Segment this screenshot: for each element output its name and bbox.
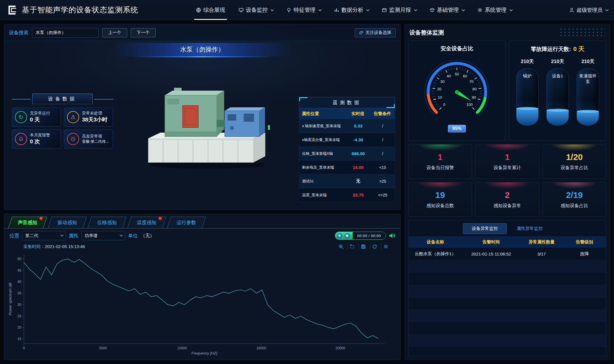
chevron-down-icon	[270, 8, 274, 11]
stat-tile-normal-run: ↻ 无异常运行 0 天	[12, 108, 61, 127]
data-view-icon[interactable]	[381, 243, 390, 250]
nav-item-system-mgmt[interactable]: 系统管理	[477, 0, 512, 20]
machine-3d-view[interactable]	[140, 82, 275, 171]
svg-text:20000: 20000	[335, 346, 345, 350]
svg-text:40: 40	[447, 74, 451, 78]
alarm-tabs: 设备异常监控 属性异常监控	[409, 220, 606, 236]
chevron-down-icon	[120, 233, 123, 236]
svg-text:15000: 15000	[256, 346, 266, 350]
stat-abnormal-ratio: 1/20 设备异常占比	[543, 144, 606, 179]
tab-attribute-alarm-monitor[interactable]: 属性异常监控	[508, 223, 552, 234]
overview-header: 设备整体监测	[408, 28, 606, 37]
tab-run-params[interactable]: 运行参数	[167, 217, 206, 228]
telemetry-card: 遥测数据 属性位置 实时值 告警条件 x 轴加速度值_泵体末端 0.33 / x…	[299, 97, 395, 202]
volume-button[interactable]	[389, 232, 395, 239]
calendar-icon	[382, 7, 387, 13]
svg-text:35: 35	[18, 291, 22, 295]
play-icon	[339, 235, 341, 237]
refresh-icon: ↻	[15, 111, 27, 123]
app-title: 基于智能声学的设备状态监测系统	[22, 5, 138, 15]
tab-sound-sense[interactable]: 声音感知	[8, 217, 47, 228]
device-search-input[interactable]	[32, 28, 99, 38]
tab-vibration-sense[interactable]: 振动感知	[48, 217, 87, 228]
table-row-empty	[409, 347, 606, 356]
safety-gauge: 0102030405060708090100	[417, 54, 497, 125]
nav-item-device-monitor[interactable]: 设备监控	[239, 0, 273, 20]
tank-cylinder: 设备1	[546, 68, 569, 126]
stat-tile-frequent-issue: 高发异常项 音频-第二代传...	[64, 129, 113, 148]
spectrum-chart-region: 采集时间：2021-02-05 15:13:46 152025303540455…	[4, 243, 400, 360]
user-icon	[569, 7, 574, 13]
play-button[interactable]	[337, 233, 342, 239]
user-menu[interactable]: 超级管理员	[569, 7, 608, 14]
gear-icon	[477, 7, 483, 13]
nav-item-feature-mgmt[interactable]: 特征管理	[286, 0, 321, 20]
app-logo	[6, 4, 18, 16]
unit-label: 单位	[128, 232, 138, 239]
stat-tile-month-alarm: 本月度报警 0 次	[12, 129, 61, 148]
telemetry-row: 温度_泵体末端 23.75 <=25	[299, 188, 395, 202]
stat-sensor-ratio: 2/19 感知设备占比	[543, 182, 606, 217]
tank-cylinder: 浆液循环泵	[577, 68, 599, 126]
tank-item: 210天 浆液循环泵	[577, 58, 599, 126]
tab-device-alarm-monitor[interactable]: 设备异常监控	[463, 223, 507, 234]
sense-panel: 声音感知 振动感知 位移感知 温度感知 运行参数 位置 第二代	[4, 214, 401, 360]
telemetry-row: 剩余电压_泵体末端 14.00 <15	[299, 161, 395, 174]
tank-item: 210天 设备1	[546, 58, 569, 126]
nav-label: 设备监控	[246, 6, 268, 14]
tab-temperature-sense[interactable]: 温度感知	[127, 217, 166, 228]
table-row-empty	[409, 310, 606, 322]
position-label: 位置	[9, 232, 19, 239]
warning-icon: ⚠	[67, 111, 79, 123]
telemetry-row: 位移_泵体首端X轴 686.00 /	[299, 147, 395, 161]
main-nav: 综合展现 设备监控 特征管理 数据分析 监测月报 基础管理 系统管理	[196, 0, 512, 20]
bar-chart-icon	[334, 7, 339, 13]
datazoom-icon[interactable]	[336, 243, 346, 250]
spectrum-line	[24, 259, 378, 339]
y-axis-label: Power spectrum dB	[8, 283, 12, 315]
stat-today-alarms: 1 设备当日报警	[408, 144, 472, 179]
stat-abnormal-total: 1 设备异常累计	[475, 144, 539, 179]
alert-badge	[159, 217, 162, 220]
save-image-icon[interactable]	[359, 243, 368, 250]
alert-badge	[40, 217, 43, 220]
tab-displacement-sense[interactable]: 位移感知	[88, 217, 127, 228]
navbar: 基于智能声学的设备状态监测系统 综合展现 设备监控 特征管理 数据分析 监测月报…	[0, 0, 614, 20]
stat-tile-unhandled: ⚠ 异常未处理 38天3小时	[64, 108, 113, 127]
device-search-label: 设备搜索	[9, 29, 28, 36]
attribute-label: 属性	[69, 232, 79, 239]
dots-decoration	[559, 28, 605, 37]
svg-text:5000: 5000	[99, 346, 107, 350]
follow-device-button[interactable]: 关注设备选择	[355, 28, 396, 37]
nav-label: 综合展现	[203, 6, 225, 14]
position-select[interactable]: 第二代	[22, 231, 66, 240]
zoom-reset-icon[interactable]	[347, 243, 357, 250]
svg-text:30: 30	[441, 79, 445, 84]
safety-gauge-panel: 安全设备占比 0102030405060708090100 95%	[408, 41, 506, 141]
svg-text:60: 60	[463, 74, 467, 78]
prev-device-button[interactable]: 上一个	[102, 28, 127, 37]
brand: 基于智能声学的设备状态监测系统	[6, 4, 138, 16]
gauge-needle	[457, 92, 472, 101]
next-device-button[interactable]: 下一个	[131, 28, 156, 37]
device-title-banner: 水泵（勿操作）	[113, 43, 291, 56]
telemetry-header: 属性位置 实时值 告警条件	[299, 108, 395, 119]
nav-label: 数据分析	[342, 6, 363, 14]
attribute-select[interactable]: 功率谱	[81, 231, 125, 240]
svg-text:10: 10	[438, 95, 442, 100]
svg-text:10000: 10000	[177, 346, 187, 350]
table-row[interactable]: 云酷水泵（勿操作1） 2021-01-15 11:06:52 3/17 故障	[409, 248, 606, 260]
player-buttons	[335, 232, 353, 239]
nav-item-data-analysis[interactable]: 数据分析	[334, 0, 369, 20]
restore-icon[interactable]	[370, 243, 379, 250]
nav-item-overview[interactable]: 综合展现	[196, 0, 225, 20]
collect-time: 采集时间：2021-02-05 15:13:46	[23, 244, 85, 249]
audio-player: 00:00 / 00:00	[335, 232, 395, 240]
stop-button[interactable]	[344, 233, 350, 239]
user-name: 超级管理员	[577, 7, 602, 14]
nav-item-monthly-report[interactable]: 监测月报	[382, 0, 416, 20]
bulb-icon	[286, 7, 291, 13]
chevron-down-icon	[509, 8, 512, 11]
svg-text:70: 70	[469, 79, 473, 84]
nav-item-base-mgmt[interactable]: 基础管理	[430, 0, 464, 20]
